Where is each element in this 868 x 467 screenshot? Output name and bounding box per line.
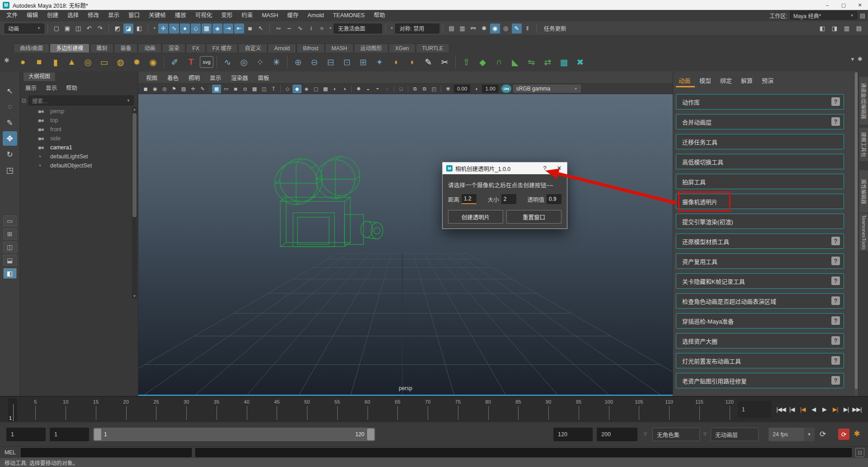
menu-item-Arnold[interactable]: Arnold [303,10,328,21]
playback-loop-icon[interactable]: ⟳ [820,429,826,439]
exposure-value[interactable]: 0.00 [454,85,470,93]
sculpt-tool-icon[interactable]: ✐ [167,55,182,70]
construction-history-icon[interactable]: ∿ [295,24,305,33]
boolean-union-icon[interactable]: ◖ [388,55,403,70]
image-plane-a-icon[interactable]: ⧉ [410,85,420,93]
safe-title-icon[interactable]: T [269,85,278,93]
help-icon[interactable]: ? [831,296,840,305]
scene-mode-selector[interactable]: 动画▼ [5,24,44,33]
shelf-tab-MASH[interactable]: MASH [325,43,354,52]
shelf-tab-装备[interactable]: 装备 [114,43,137,52]
play-backwards-button[interactable]: ◀ [808,402,819,416]
character-set-field[interactable]: 无角色集 [652,428,700,441]
scrollbar-thumb[interactable] [132,113,137,217]
command-result-field[interactable] [195,448,852,457]
symmetrize-icon[interactable]: ⇋ [524,55,539,70]
animation-start-field[interactable]: 1 [6,428,46,441]
shelf-tab-FX[interactable]: FX [186,43,205,52]
curve-precision-icon[interactable]: ≈ [317,24,327,33]
step-forward-key-button[interactable]: ▶| [830,402,840,416]
layout-three-pane-icon[interactable]: ⬓ [3,255,17,266]
smooth-shade-icon[interactable]: ◆ [292,85,302,93]
open-scene-icon[interactable]: ▣ [62,24,72,33]
outliner-title[interactable]: 大纲视图 [24,72,55,81]
motion-blur-icon[interactable]: ◌ [382,85,392,93]
poly-cube-icon[interactable]: ■ [32,55,47,70]
sidebar-tab-通道盒/层编辑器[interactable]: 通道盒/层编辑器 [859,77,868,125]
isolate-select-icon[interactable]: □ [396,85,406,93]
viewport-menu-视图[interactable]: 视图 [141,73,162,82]
safe-action-icon[interactable]: ◫ [259,85,269,93]
snap-view-plane-icon[interactable]: ▦ [202,24,212,33]
menu-item-约束[interactable]: 约束 [237,10,257,21]
anim-layer-field[interactable]: 无动画层 [711,428,759,441]
select-hierarchy-icon[interactable]: ◩ [113,24,123,33]
help-icon[interactable]: ? [831,376,840,385]
node-editor-icon[interactable]: ✎ [512,24,522,33]
layout-single-pane-icon[interactable]: ▭ [3,215,17,226]
shadows-icon[interactable]: ◒ [363,85,373,93]
dropdown-caret-icon[interactable]: ▼ [390,26,394,30]
tool-button-高低模切换工具[interactable]: 高低模切换工具 [676,154,844,169]
snap-projected-center-icon[interactable]: ◇ [191,24,201,33]
title-bar[interactable]: M Autodesk Maya 2018: 无标题* – ▢ ✕ [0,0,868,10]
outliner-item-side[interactable]: ◼◀side [20,134,132,143]
help-icon[interactable]: ? [831,257,840,265]
shelf-tab-Bifrost[interactable]: Bifrost [297,43,325,52]
lasso-tool-icon[interactable]: ◌ [3,100,17,114]
dropdown-caret-icon[interactable]: ▼ [329,26,332,30]
menu-item-播放[interactable]: 播放 [170,10,191,21]
snapshot-icon[interactable]: ◰ [429,85,439,93]
selection-lock-icon[interactable]: ◙ [245,24,255,33]
layout-two-pane-icon[interactable]: ◫ [3,242,17,253]
select-component-icon[interactable]: ◧ [134,24,144,33]
camera-plate-dialog[interactable]: M 相机创建透明片_1.0.0 ? ✕ 请选择一个摄像机之后在点击创建按钮~~ … [442,162,567,229]
tool-button-选择资产大圈[interactable]: 选择资产大圈? [676,333,844,348]
menu-item-显示[interactable]: 显示 [104,10,124,21]
menu-item-选择[interactable]: 选择 [63,10,83,21]
shelf-options-gear-icon[interactable]: ✱ [4,57,9,64]
menu-item-关键帧[interactable]: 关键帧 [144,10,170,21]
workspace-settings-icon[interactable]: ▤ [860,12,865,19]
modeling-toolkit-toggle-icon[interactable]: ▤ [854,23,864,33]
menu-item-编辑[interactable]: 编辑 [22,10,42,21]
shelf-tab-动画[interactable]: 动画 [138,43,161,52]
go-to-start-button[interactable]: |◀◀ [776,402,786,416]
sidebar-tab-TeamonesTools[interactable]: TeamonesTools [859,214,868,251]
panel-tab-解算[interactable]: 解算 [741,76,753,85]
wireframe-camera-object[interactable] [138,94,673,396]
image-plane-b-icon[interactable]: ⧉ [420,85,429,93]
search-input[interactable]: 搜索... ▼ [28,95,134,105]
shelf-tab-自定义[interactable]: 自定义 [238,43,267,52]
shelf-tab-FX 缓存[interactable]: FX 缓存 [206,43,238,52]
bevel-icon[interactable]: ◆ [475,55,490,70]
outliner-item-front[interactable]: ◼◀front [20,125,132,134]
shelf-options-icon[interactable]: ✱ [858,56,863,62]
tool-button-关卡隐藏和K帧记录工具[interactable]: 关卡隐藏和K帧记录工具? [676,273,844,289]
go-to-end-button[interactable]: ▶▶| [852,402,862,416]
menu-item-可视化[interactable]: 可视化 [191,10,217,21]
render-settings-icon[interactable]: ✺ [479,24,489,33]
contrast-icon[interactable]: ◑ [472,85,481,93]
fps-caret-icon[interactable]: ▼ [804,428,815,441]
close-button[interactable]: ✕ [852,0,868,10]
origin-snap-icon[interactable]: ⁘ [253,55,268,70]
grease-pencil-icon[interactable]: ✎ [198,85,207,93]
time-slider[interactable]: 1510152025303540455055606570758085909510… [0,396,868,422]
make-live-icon[interactable]: ◈ [212,24,222,33]
poly-gear-icon[interactable]: ✹ [129,55,144,70]
cleanup-icon[interactable]: ✖ [573,55,588,70]
script-editor-icon[interactable]: {;} [855,448,864,457]
workspace-dropdown[interactable]: Maya 经典* ▼ [790,11,857,19]
history-input-icon[interactable]: ∾ [274,24,283,33]
anim-layer-caret-icon[interactable]: ▽ [703,432,707,436]
poly-cylinder-icon[interactable]: ▮ [48,55,63,70]
hypershade-icon[interactable]: ◉ [490,24,500,33]
redo-icon[interactable]: ↷ [95,24,105,33]
xray-icon[interactable]: ◑ [340,85,349,93]
select-camera-icon[interactable]: ◼ [141,85,150,93]
layout-custom-icon[interactable]: ◧ [3,268,17,279]
shelf-tab-多边形建模[interactable]: 多边形建模 [50,43,90,52]
menu-item-文件[interactable]: 文件 [2,10,22,21]
field-chart-icon[interactable]: ▩ [250,85,259,93]
